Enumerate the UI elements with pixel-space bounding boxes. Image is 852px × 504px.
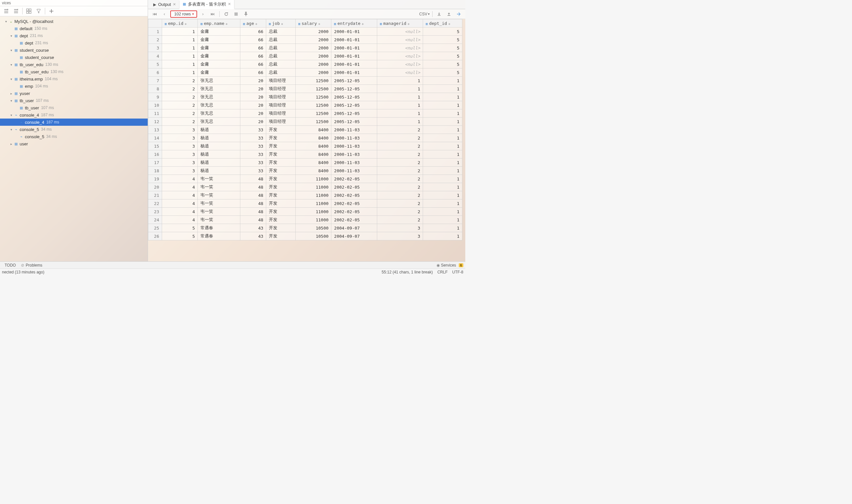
sort-icon[interactable]: ◆ — [408, 22, 410, 25]
table-row[interactable]: 183杨逍33开发84002000-11-0321 — [148, 167, 463, 175]
cell[interactable]: 张无忌 — [198, 93, 240, 101]
tree-item-tbuseredu-child[interactable]: ▦tb_user_edu130 ms — [0, 68, 148, 75]
cell[interactable]: 1 — [423, 208, 463, 216]
cell[interactable]: 12500 — [295, 109, 331, 118]
cell[interactable]: 5 — [423, 36, 463, 44]
cell[interactable]: 1 — [423, 224, 463, 232]
table-row[interactable]: 51金庸66总裁20002000-01-01<null>5 — [148, 60, 463, 69]
sort-icon[interactable]: ◆ — [318, 22, 320, 25]
cell[interactable]: 2 — [162, 118, 198, 126]
column-header-salary[interactable]: ▦salary◆ — [295, 19, 331, 28]
sort-icon[interactable]: ◆ — [362, 22, 364, 25]
table-row[interactable]: 122张无忌20项目经理125002005-12-0511 — [148, 118, 463, 126]
table-row[interactable]: 204韦一笑48开发110002002-02-0521 — [148, 183, 463, 191]
column-header-emp-name[interactable]: ▦emp.name◆ — [198, 19, 240, 28]
cell[interactable]: 2 — [162, 85, 198, 93]
sort-icon[interactable]: ◆ — [448, 22, 450, 25]
cell[interactable]: 2000 — [295, 52, 331, 60]
cell[interactable]: 1 — [423, 142, 463, 150]
table-row[interactable]: 194韦一笑48开发110002002-02-0521 — [148, 175, 463, 183]
filter-icon[interactable] — [35, 7, 42, 15]
cell[interactable]: 12500 — [295, 77, 331, 85]
pin-icon[interactable] — [242, 11, 250, 18]
cell[interactable]: 43 — [240, 224, 266, 232]
cell[interactable]: 常遇春 — [198, 224, 240, 232]
cell[interactable]: 张无忌 — [198, 85, 240, 93]
cell[interactable]: 1 — [423, 118, 463, 126]
cell[interactable]: 开发 — [266, 142, 296, 150]
cell[interactable]: 3 — [162, 167, 198, 175]
cell[interactable]: 开发 — [266, 159, 296, 167]
table-row[interactable]: 143杨逍33开发84002000-11-0321 — [148, 134, 463, 142]
cell[interactable]: <null> — [377, 44, 423, 52]
cell[interactable]: 2000 — [295, 28, 331, 36]
column-header-job[interactable]: ▦job◆ — [266, 19, 296, 28]
table-row[interactable]: 72张无忌20项目经理125002005-12-0511 — [148, 77, 463, 85]
tree-item-console5[interactable]: ▾⌁console_534 ms — [0, 126, 148, 133]
cell[interactable]: 项目经理 — [266, 118, 296, 126]
sort-icon[interactable]: ◆ — [281, 22, 283, 25]
cell[interactable]: 杨逍 — [198, 150, 240, 159]
first-page-icon[interactable]: ⏮ — [151, 11, 159, 18]
cell[interactable]: 1 — [423, 109, 463, 118]
cell[interactable]: 2000-11-03 — [331, 150, 377, 159]
cell[interactable]: 开发 — [266, 224, 296, 232]
cell[interactable]: 2005-12-05 — [331, 101, 377, 109]
cell[interactable]: 1 — [423, 134, 463, 142]
cell[interactable]: 2002-02-05 — [331, 208, 377, 216]
cell[interactable]: 总裁 — [266, 69, 296, 77]
cell[interactable]: 1 — [162, 28, 198, 36]
cell[interactable]: 总裁 — [266, 44, 296, 52]
todo-button[interactable]: TODO — [2, 263, 18, 268]
encoding[interactable]: UTF-8 — [452, 270, 463, 274]
export-csv-button[interactable]: CSV ▾ — [419, 12, 430, 16]
cell[interactable]: 3 — [162, 126, 198, 134]
close-icon[interactable]: ✕ — [228, 2, 231, 6]
cell[interactable]: 1 — [423, 126, 463, 134]
cell[interactable]: 11000 — [295, 216, 331, 224]
view-mode-icon[interactable] — [25, 7, 32, 15]
cell[interactable]: 10500 — [295, 224, 331, 232]
last-page-icon[interactable]: ⏭ — [209, 11, 217, 18]
cell[interactable]: <null> — [377, 36, 423, 44]
cell[interactable]: 开发 — [266, 216, 296, 224]
cell[interactable]: 4 — [162, 175, 198, 183]
cell[interactable]: 2005-12-05 — [331, 118, 377, 126]
tree-item-dept-child[interactable]: ▦dept231 ms — [0, 39, 148, 47]
table-row[interactable]: 102张无忌20项目经理125002005-12-0511 — [148, 101, 463, 109]
cell[interactable]: 4 — [162, 216, 198, 224]
tree-item-default[interactable]: ▦default150 ms — [0, 25, 148, 32]
cell[interactable]: 11000 — [295, 199, 331, 208]
cell[interactable]: 2002-02-05 — [331, 191, 377, 199]
cell[interactable]: 项目经理 — [266, 109, 296, 118]
cell[interactable]: 开发 — [266, 167, 296, 175]
stop-icon[interactable] — [232, 11, 240, 18]
table-row[interactable]: 11金庸66总裁20002000-01-01<null>5 — [148, 28, 463, 36]
cell[interactable]: 2000-11-03 — [331, 134, 377, 142]
cell[interactable]: 4 — [162, 208, 198, 216]
cell[interactable]: 11000 — [295, 191, 331, 199]
cell[interactable]: 2002-02-05 — [331, 175, 377, 183]
cell[interactable]: 3 — [162, 142, 198, 150]
cell[interactable]: 11000 — [295, 208, 331, 216]
tree-root-mysql[interactable]: ▾⌄MySQL - @localhost — [0, 18, 148, 25]
cell[interactable]: 常遇春 — [198, 232, 240, 240]
table-row[interactable]: 31金庸66总裁20002000-01-01<null>5 — [148, 44, 463, 52]
column-header-emp-id[interactable]: ▦emp.id◆ — [162, 19, 198, 28]
cell[interactable]: 8400 — [295, 150, 331, 159]
cell[interactable]: 2004-09-07 — [331, 232, 377, 240]
cell[interactable]: 1 — [423, 232, 463, 240]
cell[interactable]: 11000 — [295, 175, 331, 183]
cell[interactable]: 总裁 — [266, 60, 296, 69]
cell[interactable]: 1 — [423, 150, 463, 159]
table-row[interactable]: 61金庸66总裁20002000-01-01<null>5 — [148, 69, 463, 77]
cell[interactable]: 4 — [162, 191, 198, 199]
cell[interactable]: 1 — [423, 85, 463, 93]
cell[interactable]: 1 — [423, 77, 463, 85]
cell[interactable]: 12500 — [295, 93, 331, 101]
cell[interactable]: 8400 — [295, 142, 331, 150]
cell[interactable]: 2000-01-01 — [331, 44, 377, 52]
cell[interactable]: 2004-09-07 — [331, 224, 377, 232]
cell[interactable]: 韦一笑 — [198, 175, 240, 183]
cell[interactable]: 12500 — [295, 118, 331, 126]
